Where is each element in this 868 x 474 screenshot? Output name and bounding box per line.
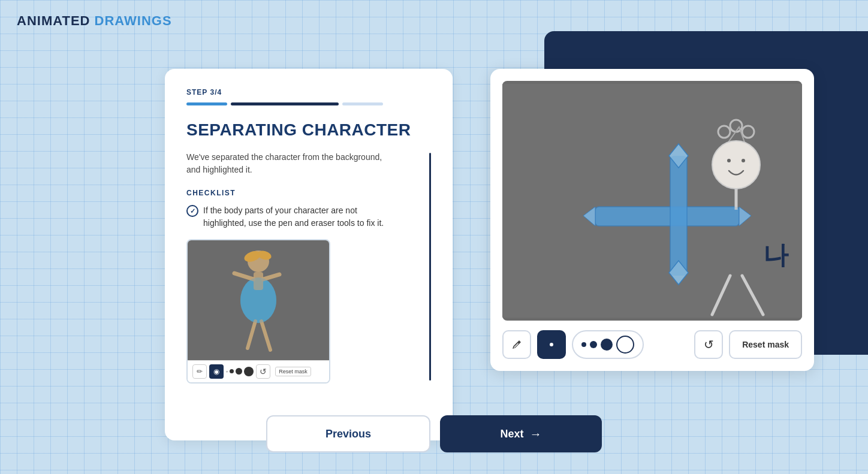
svg-point-16 bbox=[712, 141, 760, 189]
undo-icon: ↺ bbox=[704, 337, 714, 352]
right-card: 나 ↺ Reset bbox=[490, 69, 814, 371]
step-description: We've separated the character from the b… bbox=[186, 151, 390, 177]
reset-mask-label: Reset mask bbox=[742, 340, 789, 349]
progress-seg-2 bbox=[231, 102, 339, 105]
pen-icon bbox=[511, 339, 523, 351]
svg-point-17 bbox=[727, 159, 731, 162]
mini-size-dots: ◦ bbox=[226, 367, 254, 376]
logo: ANIMATED DRAWINGS bbox=[17, 13, 172, 29]
logo-drawings-text: DRAWINGS bbox=[95, 13, 172, 28]
size-dot-large bbox=[601, 339, 613, 351]
checklist-heading: CHECKLIST bbox=[186, 189, 431, 197]
step-title: SEPARATING CHARACTER bbox=[186, 120, 431, 140]
next-arrow-icon: → bbox=[530, 427, 542, 441]
size-selector[interactable] bbox=[572, 330, 644, 359]
vertical-divider bbox=[429, 153, 431, 381]
pen-tool-button[interactable] bbox=[502, 330, 531, 359]
step-label: STEP 3/4 bbox=[186, 88, 431, 96]
svg-point-18 bbox=[742, 159, 745, 162]
logo-animated-text: ANIMATED bbox=[17, 13, 90, 28]
header: ANIMATED DRAWINGS bbox=[17, 13, 172, 29]
progress-seg-1 bbox=[186, 102, 227, 105]
svg-rect-30 bbox=[670, 156, 687, 276]
check-icon-1 bbox=[186, 205, 198, 217]
previous-label: Previous bbox=[326, 428, 371, 440]
mini-pen-btn[interactable]: ✏ bbox=[192, 364, 207, 379]
mini-eraser-btn[interactable]: ◉ bbox=[209, 364, 224, 379]
bottom-navigation: Previous Next → bbox=[266, 415, 602, 452]
mini-figure-svg bbox=[222, 243, 294, 357]
checklist-item-1-text: If the body parts of your character are … bbox=[203, 204, 390, 230]
mini-preview: ✏ ◉ ◦ ↺ Reset mask bbox=[186, 239, 330, 384]
mini-dot-lg bbox=[244, 367, 254, 376]
mini-reset-btn[interactable]: Reset mask bbox=[275, 367, 311, 376]
svg-rect-11 bbox=[502, 84, 802, 318]
next-button[interactable]: Next → bbox=[440, 415, 602, 452]
drawing-area[interactable]: 나 bbox=[502, 81, 802, 321]
mini-dot-md bbox=[236, 368, 242, 375]
svg-point-10 bbox=[240, 277, 276, 323]
character-drawing-svg: 나 bbox=[502, 81, 802, 321]
checklist-item-1: If the body parts of your character are … bbox=[186, 204, 390, 230]
size-dot-xl bbox=[616, 336, 634, 354]
mini-preview-image bbox=[188, 240, 329, 360]
undo-button[interactable]: ↺ bbox=[694, 330, 723, 359]
size-dot-medium bbox=[590, 341, 597, 348]
left-card: STEP 3/4 SEPARATING CHARACTER We've sepa… bbox=[165, 69, 453, 440]
mini-undo-btn[interactable]: ↺ bbox=[256, 364, 270, 379]
eraser-tool-button[interactable] bbox=[537, 330, 566, 359]
svg-rect-29 bbox=[595, 207, 739, 226]
progress-bar bbox=[186, 102, 431, 105]
svg-point-32 bbox=[550, 343, 553, 346]
progress-seg-3 bbox=[342, 102, 383, 105]
next-label: Next bbox=[500, 428, 523, 440]
mini-dot-sm bbox=[230, 369, 234, 373]
reset-mask-button[interactable]: Reset mask bbox=[729, 330, 802, 359]
previous-button[interactable]: Previous bbox=[266, 415, 430, 452]
drawing-toolbar: ↺ Reset mask bbox=[502, 330, 802, 359]
svg-text:나: 나 bbox=[763, 241, 789, 269]
eraser-icon bbox=[545, 339, 557, 351]
mini-toolbar: ✏ ◉ ◦ ↺ Reset mask bbox=[188, 360, 329, 382]
size-dot-small bbox=[581, 342, 586, 347]
